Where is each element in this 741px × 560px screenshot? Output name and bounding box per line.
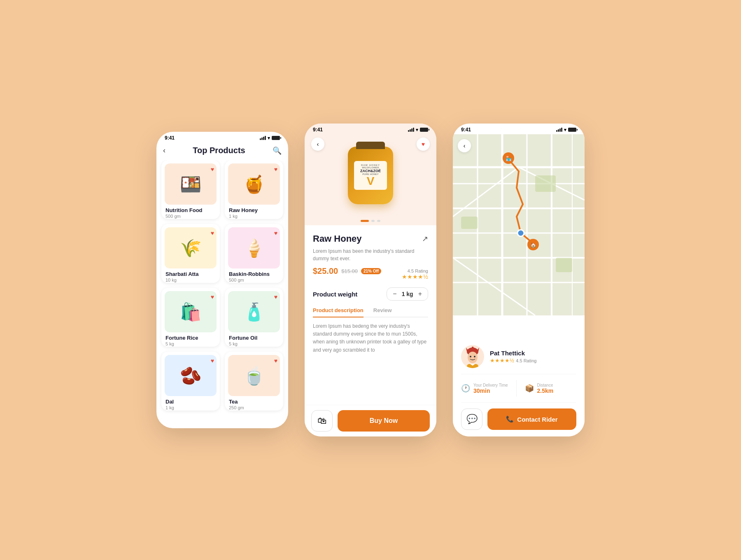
p3-footer: 💬 📞 Contact Rider xyxy=(461,408,576,430)
heart-icon[interactable]: ♥ xyxy=(274,294,277,300)
product-emoji: 🍵 xyxy=(243,366,265,386)
phone-top-products: 9:41 ▾ ‹ Top Products 🔍 ♥ 🍱 xyxy=(156,132,288,428)
weight-increase-button[interactable]: + xyxy=(418,290,422,298)
search-icon-1[interactable]: 🔍 xyxy=(273,146,282,155)
product-emoji: 🛍️ xyxy=(180,302,201,322)
product-info: Raw Honey 1 kg $25.00 21% Off + xyxy=(225,205,283,219)
favorite-button[interactable]: ♥ xyxy=(417,138,430,151)
product-card: ♥ 🛍️ Fortune Rice 5 kg $15.00 25% Off + xyxy=(161,288,220,347)
product-card: ♥ 🧴 Fortune Oil 5 kg $35.00 22% Off + xyxy=(225,288,283,347)
product-emoji: 🌾 xyxy=(180,238,201,258)
heart-icon[interactable]: ♥ xyxy=(211,294,214,300)
honey-label: RAW HONEY WILDFLOWER ZACH&ZOÉ PURE HONEY… xyxy=(354,161,387,190)
heart-icon[interactable]: ♥ xyxy=(274,166,277,173)
share-button[interactable]: ↗ xyxy=(422,234,428,243)
tab-description[interactable]: Product description xyxy=(313,307,364,317)
time-2: 9:41 xyxy=(313,127,323,133)
heart-icon[interactable]: ♥ xyxy=(274,357,277,364)
distance-label: Distance xyxy=(537,383,554,387)
rider-info-row: Pat Thettick ★★★★½ 4.5 Rating xyxy=(461,345,576,368)
clock-icon: 🕐 xyxy=(461,384,470,393)
rider-card: Pat Thettick ★★★★½ 4.5 Rating 🕐 Your Del… xyxy=(453,338,585,436)
heart-icon[interactable]: ♥ xyxy=(211,230,214,236)
product-emoji: 🍦 xyxy=(243,238,265,258)
svg-point-30 xyxy=(474,356,475,357)
time-1: 9:41 xyxy=(165,135,175,141)
products-grid: ♥ 🍱 Nutrition Food 500 gm $15.00 15% Off… xyxy=(156,160,288,415)
heart-icon[interactable]: ♥ xyxy=(211,357,214,364)
back-button-3[interactable]: ‹ xyxy=(458,139,471,152)
product-emoji: 🧴 xyxy=(243,302,265,322)
rider-stars: ★★★★½ xyxy=(490,357,514,364)
product-img-area: ♥ 🧴 xyxy=(228,291,280,332)
svg-point-20 xyxy=(517,230,524,236)
product-weight: 5 kg xyxy=(165,341,216,346)
contact-rider-label: Contact Rider xyxy=(517,416,557,423)
message-button[interactable]: 💬 xyxy=(461,408,482,430)
divider xyxy=(516,380,517,397)
product-image-honey: RAW HONEY WILDFLOWER ZACH&ZOÉ PURE HONEY… xyxy=(348,147,393,204)
signal-icon-3 xyxy=(556,128,562,132)
svg-point-28 xyxy=(468,352,478,363)
product-name: Dal xyxy=(165,399,216,405)
buy-now-button[interactable]: Buy Now xyxy=(338,410,430,432)
product-img-area: ♥ 🫘 xyxy=(165,355,217,396)
status-icons-3: ▾ xyxy=(556,127,576,133)
product-price: $25.00 xyxy=(313,266,338,276)
product-name: Tea xyxy=(229,399,279,405)
distance-item: 📦 Distance 2.5km xyxy=(525,383,554,394)
cart-button[interactable]: 🛍 xyxy=(311,410,333,432)
heart-icon[interactable]: ♥ xyxy=(211,166,214,173)
delivery-time-info: Your Delivery Time 30min xyxy=(473,383,508,394)
product-img-area: ♥ 🛍️ xyxy=(165,291,217,332)
weight-control: − 1 kg + xyxy=(387,287,428,301)
heart-icon[interactable]: ♥ xyxy=(274,230,277,236)
stars: ★★★★½ xyxy=(402,273,428,280)
product-weight: 1 kg xyxy=(165,405,216,410)
battery-icon-1 xyxy=(272,136,280,140)
product-card: ♥ 🫘 Dal 1 kg $8.00 10% Off + xyxy=(161,352,220,411)
product-info: Baskin-Robbins 500 gm $14.00 18% Off + xyxy=(225,268,283,283)
svg-rect-15 xyxy=(461,217,478,229)
product-info: Sharbati Atta 10 kg 20% Off + xyxy=(161,268,220,283)
back-button-2[interactable]: ‹ xyxy=(311,138,324,151)
rider-name: Pat Thettick xyxy=(490,350,536,357)
battery-icon-3 xyxy=(568,128,576,132)
product-name: Nutrition Food xyxy=(165,207,216,213)
product-card: ♥ 🍦 Baskin-Robbins 500 gm $14.00 18% Off… xyxy=(225,224,283,283)
delivery-time-value: 30min xyxy=(473,387,508,394)
product-info: Nutrition Food 500 gm $15.00 15% Off + xyxy=(161,205,220,219)
svg-rect-17 xyxy=(556,258,572,272)
rating-area: 4.5 Rating ★★★★½ xyxy=(402,268,428,280)
status-icons-1: ▾ xyxy=(260,135,280,141)
product-img-area: ♥ 🍯 xyxy=(228,163,280,205)
dot-2 xyxy=(371,220,375,222)
svg-text:🏪: 🏪 xyxy=(506,155,512,161)
wifi-icon-3: ▾ xyxy=(564,127,566,133)
rider-avatar xyxy=(461,345,484,368)
page-dots xyxy=(305,217,436,225)
wifi-icon-1: ▾ xyxy=(268,135,270,141)
product-info: Dal 1 kg $8.00 10% Off + xyxy=(161,396,220,411)
wifi-icon-2: ▾ xyxy=(416,127,418,133)
rider-details: Pat Thettick ★★★★½ 4.5 Rating xyxy=(490,350,536,364)
product-name: Raw Honey xyxy=(229,207,279,213)
weight-row: Product weight − 1 kg + xyxy=(313,287,428,301)
contact-rider-button[interactable]: 📞 Contact Rider xyxy=(487,408,576,430)
product-card: ♥ 🌾 Sharbati Atta 10 kg 20% Off + xyxy=(161,224,220,283)
product-weight: 250 gm xyxy=(229,405,279,410)
product-emoji: 🍯 xyxy=(243,174,265,194)
original-price: $15.00 xyxy=(341,268,358,274)
product-emoji: 🫘 xyxy=(180,366,201,386)
tab-review[interactable]: Review xyxy=(373,307,392,317)
product-image-area: ‹ ♥ RAW HONEY WILDFLOWER ZACH&ZOÉ PURE H… xyxy=(305,134,436,217)
svg-rect-16 xyxy=(535,175,556,192)
product-emoji: 🍱 xyxy=(180,174,201,194)
product-weight: 10 kg xyxy=(165,278,216,282)
back-button-1[interactable]: ‹ xyxy=(163,146,165,155)
product-name: Sharbati Atta xyxy=(165,271,216,277)
weight-decrease-button[interactable]: − xyxy=(393,290,396,298)
map-area: 🏪 🏠 ‹ xyxy=(453,134,585,315)
status-bar-1: 9:41 ▾ xyxy=(156,132,288,142)
box-icon: 📦 xyxy=(525,384,534,393)
